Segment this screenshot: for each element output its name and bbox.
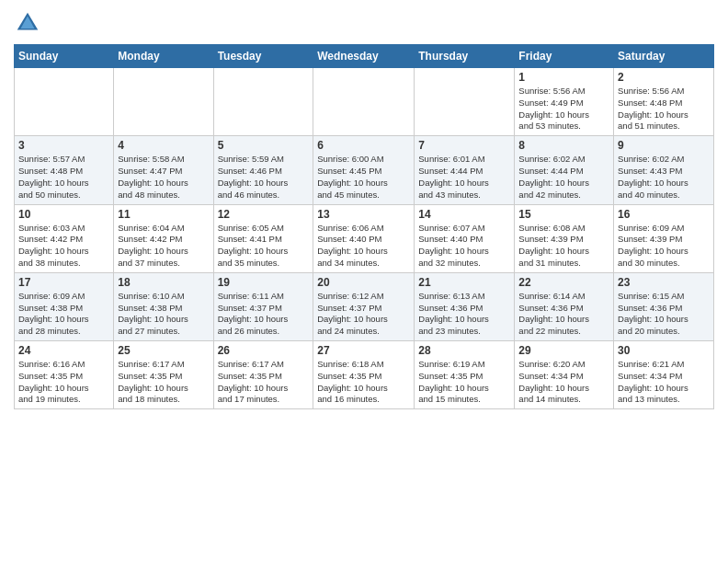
calendar-day-header: Wednesday: [313, 45, 415, 68]
calendar-day-cell: 3Sunrise: 5:57 AM Sunset: 4:48 PM Daylig…: [15, 136, 114, 204]
calendar-day-header: Sunday: [15, 45, 114, 68]
calendar-day-cell: 13Sunrise: 6:06 AM Sunset: 4:40 PM Dayli…: [313, 204, 415, 272]
day-number: 8: [518, 139, 609, 152]
day-number: 2: [618, 71, 710, 84]
day-number: 14: [418, 208, 510, 221]
calendar-day-cell: 29Sunrise: 6:20 AM Sunset: 4:34 PM Dayli…: [515, 341, 614, 409]
day-info: Sunrise: 5:56 AM Sunset: 4:48 PM Dayligh…: [618, 86, 710, 132]
day-number: 25: [118, 344, 209, 357]
calendar-day-header: Saturday: [614, 45, 714, 68]
day-number: 16: [618, 208, 710, 221]
day-number: 13: [317, 208, 410, 221]
day-info: Sunrise: 6:17 AM Sunset: 4:35 PM Dayligh…: [118, 359, 209, 406]
day-info: Sunrise: 6:15 AM Sunset: 4:36 PM Dayligh…: [618, 291, 710, 338]
day-info: Sunrise: 6:12 AM Sunset: 4:37 PM Dayligh…: [317, 291, 410, 338]
day-number: 15: [518, 208, 609, 221]
day-number: 11: [118, 208, 209, 221]
day-info: Sunrise: 6:03 AM Sunset: 4:42 PM Dayligh…: [18, 223, 109, 270]
day-info: Sunrise: 6:01 AM Sunset: 4:44 PM Dayligh…: [418, 154, 510, 201]
day-number: 5: [218, 139, 310, 152]
day-number: 24: [18, 344, 109, 357]
day-number: 6: [317, 139, 410, 152]
day-info: Sunrise: 5:59 AM Sunset: 4:46 PM Dayligh…: [218, 154, 310, 201]
logo-icon: [14, 9, 41, 37]
day-number: 3: [18, 139, 109, 152]
day-number: 12: [218, 208, 310, 221]
header: [14, 9, 714, 37]
calendar-week-row: 17Sunrise: 6:09 AM Sunset: 4:38 PM Dayli…: [15, 272, 714, 340]
calendar-day-cell: 5Sunrise: 5:59 AM Sunset: 4:46 PM Daylig…: [213, 136, 313, 204]
day-info: Sunrise: 6:13 AM Sunset: 4:36 PM Dayligh…: [418, 291, 510, 338]
day-number: 4: [118, 139, 209, 152]
calendar-day-cell: 20Sunrise: 6:12 AM Sunset: 4:37 PM Dayli…: [313, 272, 415, 340]
calendar-day-cell: 4Sunrise: 5:58 AM Sunset: 4:47 PM Daylig…: [114, 136, 213, 204]
day-number: 23: [618, 276, 710, 289]
day-number: 1: [518, 71, 609, 84]
calendar-day-cell: 24Sunrise: 6:16 AM Sunset: 4:35 PM Dayli…: [15, 341, 114, 409]
calendar-day-cell: 15Sunrise: 6:08 AM Sunset: 4:39 PM Dayli…: [515, 204, 614, 272]
calendar-day-header: Friday: [515, 45, 614, 68]
calendar-week-row: 10Sunrise: 6:03 AM Sunset: 4:42 PM Dayli…: [15, 204, 714, 272]
calendar-day-cell: 26Sunrise: 6:17 AM Sunset: 4:35 PM Dayli…: [213, 341, 313, 409]
day-info: Sunrise: 6:04 AM Sunset: 4:42 PM Dayligh…: [118, 223, 209, 270]
day-info: Sunrise: 6:06 AM Sunset: 4:40 PM Dayligh…: [317, 223, 410, 270]
calendar-day-cell: [313, 68, 415, 136]
day-info: Sunrise: 6:20 AM Sunset: 4:34 PM Dayligh…: [518, 359, 609, 406]
calendar-header-row: SundayMondayTuesdayWednesdayThursdayFrid…: [15, 45, 714, 68]
calendar-day-cell: 1Sunrise: 5:56 AM Sunset: 4:49 PM Daylig…: [515, 68, 614, 136]
calendar-day-cell: 21Sunrise: 6:13 AM Sunset: 4:36 PM Dayli…: [415, 272, 515, 340]
calendar-day-cell: 9Sunrise: 6:02 AM Sunset: 4:43 PM Daylig…: [614, 136, 714, 204]
day-info: Sunrise: 6:21 AM Sunset: 4:34 PM Dayligh…: [618, 359, 710, 406]
day-info: Sunrise: 6:16 AM Sunset: 4:35 PM Dayligh…: [18, 359, 109, 406]
day-number: 7: [418, 139, 510, 152]
calendar-day-cell: 7Sunrise: 6:01 AM Sunset: 4:44 PM Daylig…: [415, 136, 515, 204]
calendar-week-row: 1Sunrise: 5:56 AM Sunset: 4:49 PM Daylig…: [15, 68, 714, 136]
day-number: 21: [418, 276, 510, 289]
day-info: Sunrise: 6:10 AM Sunset: 4:38 PM Dayligh…: [118, 291, 209, 338]
calendar-day-cell: 19Sunrise: 6:11 AM Sunset: 4:37 PM Dayli…: [213, 272, 313, 340]
calendar-day-cell: 11Sunrise: 6:04 AM Sunset: 4:42 PM Dayli…: [114, 204, 213, 272]
calendar-day-cell: [415, 68, 515, 136]
day-number: 27: [317, 344, 410, 357]
day-info: Sunrise: 6:18 AM Sunset: 4:35 PM Dayligh…: [317, 359, 410, 406]
calendar-day-cell: 6Sunrise: 6:00 AM Sunset: 4:45 PM Daylig…: [313, 136, 415, 204]
day-info: Sunrise: 6:07 AM Sunset: 4:40 PM Dayligh…: [418, 223, 510, 270]
day-info: Sunrise: 6:08 AM Sunset: 4:39 PM Dayligh…: [518, 223, 609, 270]
day-info: Sunrise: 6:09 AM Sunset: 4:39 PM Dayligh…: [618, 223, 710, 270]
calendar-day-cell: 22Sunrise: 6:14 AM Sunset: 4:36 PM Dayli…: [515, 272, 614, 340]
calendar-day-cell: 23Sunrise: 6:15 AM Sunset: 4:36 PM Dayli…: [614, 272, 714, 340]
logo: [14, 9, 45, 37]
calendar-day-cell: 18Sunrise: 6:10 AM Sunset: 4:38 PM Dayli…: [114, 272, 213, 340]
day-info: Sunrise: 6:19 AM Sunset: 4:35 PM Dayligh…: [418, 359, 510, 406]
day-info: Sunrise: 6:11 AM Sunset: 4:37 PM Dayligh…: [218, 291, 310, 338]
calendar-day-cell: 17Sunrise: 6:09 AM Sunset: 4:38 PM Dayli…: [15, 272, 114, 340]
day-number: 10: [18, 208, 109, 221]
calendar-week-row: 3Sunrise: 5:57 AM Sunset: 4:48 PM Daylig…: [15, 136, 714, 204]
calendar-day-cell: 27Sunrise: 6:18 AM Sunset: 4:35 PM Dayli…: [313, 341, 415, 409]
calendar-day-cell: [15, 68, 114, 136]
day-info: Sunrise: 5:56 AM Sunset: 4:49 PM Dayligh…: [518, 86, 609, 132]
day-number: 19: [218, 276, 310, 289]
calendar-day-cell: 16Sunrise: 6:09 AM Sunset: 4:39 PM Dayli…: [614, 204, 714, 272]
calendar-table: SundayMondayTuesdayWednesdayThursdayFrid…: [14, 44, 714, 409]
day-info: Sunrise: 5:58 AM Sunset: 4:47 PM Dayligh…: [118, 154, 209, 201]
calendar-day-cell: 28Sunrise: 6:19 AM Sunset: 4:35 PM Dayli…: [415, 341, 515, 409]
calendar-day-cell: 12Sunrise: 6:05 AM Sunset: 4:41 PM Dayli…: [213, 204, 313, 272]
calendar-day-cell: [213, 68, 313, 136]
day-number: 26: [218, 344, 310, 357]
calendar-day-cell: 25Sunrise: 6:17 AM Sunset: 4:35 PM Dayli…: [114, 341, 213, 409]
calendar-day-header: Thursday: [415, 45, 515, 68]
calendar-day-cell: [114, 68, 213, 136]
day-info: Sunrise: 6:05 AM Sunset: 4:41 PM Dayligh…: [218, 223, 310, 270]
calendar-day-cell: 30Sunrise: 6:21 AM Sunset: 4:34 PM Dayli…: [614, 341, 714, 409]
day-info: Sunrise: 6:09 AM Sunset: 4:38 PM Dayligh…: [18, 291, 109, 338]
day-number: 18: [118, 276, 209, 289]
day-number: 29: [518, 344, 609, 357]
calendar-day-cell: 14Sunrise: 6:07 AM Sunset: 4:40 PM Dayli…: [415, 204, 515, 272]
calendar-week-row: 24Sunrise: 6:16 AM Sunset: 4:35 PM Dayli…: [15, 341, 714, 409]
calendar-day-cell: 8Sunrise: 6:02 AM Sunset: 4:44 PM Daylig…: [515, 136, 614, 204]
day-info: Sunrise: 5:57 AM Sunset: 4:48 PM Dayligh…: [18, 154, 109, 201]
day-info: Sunrise: 6:00 AM Sunset: 4:45 PM Dayligh…: [317, 154, 410, 201]
day-number: 30: [618, 344, 710, 357]
day-number: 28: [418, 344, 510, 357]
